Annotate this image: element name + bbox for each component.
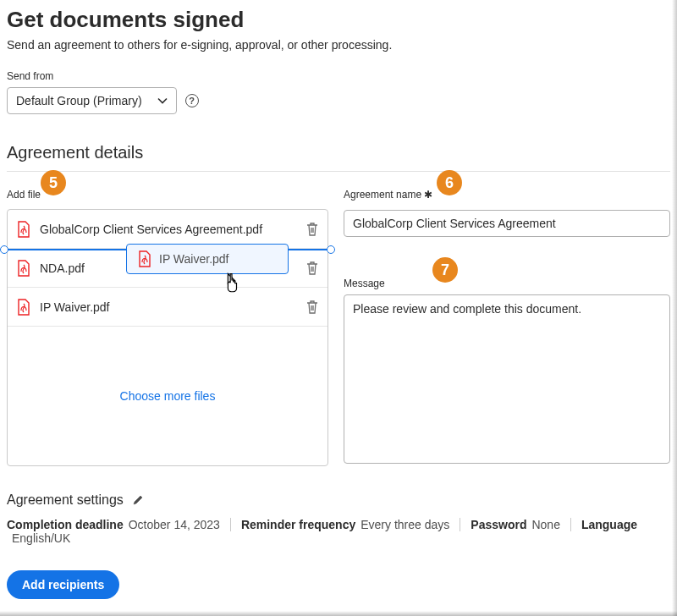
password-value: None [531,518,559,531]
chevron-down-icon [157,96,168,106]
files-box: IP Waiver.pdf GlobalCorp Client Services… [7,209,328,466]
pdf-icon [16,221,31,238]
agreement-name-input[interactable] [344,210,670,237]
annotation-6: 6 [437,170,462,195]
trash-icon[interactable] [305,300,319,315]
pdf-icon [16,299,31,316]
completion-deadline-label: Completion deadline [7,518,124,531]
send-from-select[interactable]: Default Group (Primary) [7,87,177,114]
send-from-label: Send from [7,70,670,82]
language-label: Language [581,518,637,531]
trash-icon[interactable] [305,222,319,237]
choose-more-files[interactable]: Choose more files [8,327,327,465]
dragging-file-name: IP Waiver.pdf [159,252,228,266]
add-recipients-button[interactable]: Add recipients [7,570,119,599]
pdf-icon [16,260,31,277]
agreement-name-label: Agreement name ✱ [344,189,432,201]
annotation-7: 7 [432,257,458,283]
page-title: Get documents signed [7,7,670,33]
reminder-frequency-value: Every three days [361,518,449,531]
reminder-frequency-label: Reminder frequency [241,518,355,531]
pdf-icon [137,250,152,267]
add-file-label: Add file [7,189,41,201]
language-value: English/UK [12,531,70,545]
message-textarea[interactable] [344,294,670,464]
password-label: Password [471,518,526,531]
help-icon[interactable]: ? [185,94,199,107]
pointer-cursor-icon [223,271,241,293]
agreement-settings-heading: Agreement settings [7,492,124,508]
file-name: IP Waiver.pdf [31,300,305,314]
annotation-5: 5 [41,170,66,195]
trash-icon[interactable] [305,261,319,276]
file-row[interactable]: IP Waiver.pdf [8,288,327,327]
agreement-details-heading: Agreement details [7,143,670,172]
dragging-file-ghost: IP Waiver.pdf [126,244,289,274]
pencil-icon[interactable] [132,494,144,506]
page-subtitle: Send an agreement to others for e-signin… [7,38,670,52]
settings-summary: Completion deadline October 14, 2023 Rem… [7,518,670,545]
completion-deadline-value: October 14, 2023 [129,518,220,531]
send-from-value: Default Group (Primary) [16,94,142,107]
message-label: Message [344,278,670,289]
file-name: GlobalCorp Client Services Agreement.pdf [31,223,305,236]
